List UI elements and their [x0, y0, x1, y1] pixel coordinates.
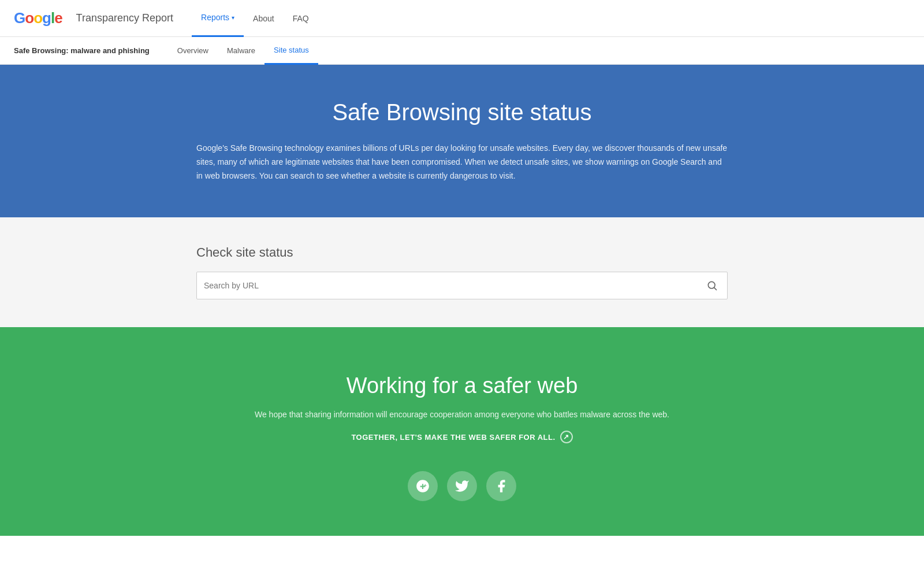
nav-items: Reports ▾ About FAQ: [192, 0, 318, 36]
sub-nav: Safe Browsing: malware and phishing Over…: [0, 37, 924, 65]
googleplus-icon: [415, 479, 430, 494]
nav-item-faq[interactable]: FAQ: [284, 0, 318, 37]
social-facebook[interactable]: [486, 471, 516, 501]
social-googleplus[interactable]: [408, 471, 438, 501]
sub-nav-overview[interactable]: Overview: [168, 37, 218, 65]
hero-title: Safe Browsing site status: [14, 99, 910, 125]
sub-nav-site-status[interactable]: Site status: [264, 37, 318, 65]
check-section: Check site status: [0, 217, 924, 327]
nav-brand[interactable]: Transparency Report: [76, 12, 173, 24]
sub-nav-label: Safe Browsing: malware and phishing: [14, 46, 150, 55]
chevron-down-icon: ▾: [232, 14, 234, 21]
facebook-icon: [494, 479, 509, 494]
check-heading: Check site status: [196, 245, 293, 260]
hero-section: Safe Browsing site status Google's Safe …: [0, 65, 924, 217]
cta-link[interactable]: TOGETHER, LET'S MAKE THE WEB SAFER FOR A…: [351, 431, 572, 443]
hero-description: Google's Safe Browsing technology examin…: [196, 142, 728, 183]
social-icons: [14, 471, 910, 501]
google-logo: Google: [14, 9, 62, 27]
svg-point-0: [708, 282, 715, 289]
nav-item-reports[interactable]: Reports ▾: [192, 0, 244, 37]
nav-item-about[interactable]: About: [244, 0, 284, 37]
arrow-circle-icon: ↗: [560, 431, 573, 443]
social-twitter[interactable]: [447, 471, 477, 501]
twitter-icon: [454, 479, 470, 494]
search-button[interactable]: [704, 277, 720, 294]
green-subtitle: We hope that sharing information will en…: [14, 410, 910, 419]
search-input[interactable]: [204, 281, 704, 290]
green-title: Working for a safer web: [14, 373, 910, 398]
cta-text: TOGETHER, LET'S MAKE THE WEB SAFER FOR A…: [351, 433, 555, 442]
search-bar: [196, 272, 728, 299]
sub-nav-malware[interactable]: Malware: [218, 37, 264, 65]
search-icon: [706, 280, 718, 291]
svg-line-1: [714, 288, 717, 290]
sub-nav-items: Overview Malware Site status: [168, 37, 318, 64]
green-section: Working for a safer web We hope that sha…: [0, 327, 924, 536]
top-nav: Google Transparency Report Reports ▾ Abo…: [0, 0, 924, 37]
